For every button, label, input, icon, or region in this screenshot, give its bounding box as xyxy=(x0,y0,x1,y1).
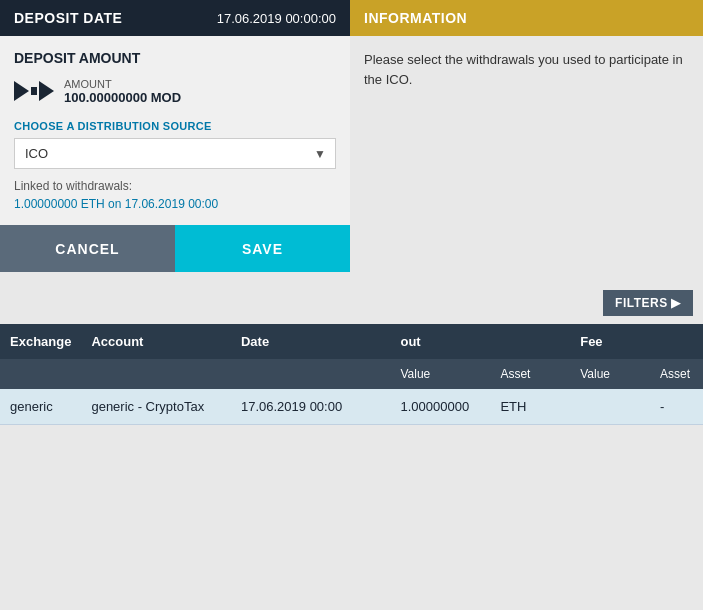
deposit-date-header: DEPOSIT DATE 17.06.2019 00:00:00 xyxy=(0,0,350,36)
cell-fee-asset: - xyxy=(650,389,703,425)
sub-col-fee-asset: Asset xyxy=(650,359,703,389)
withdrawal-link[interactable]: 1.00000000 ETH on 17.06.2019 00:00 xyxy=(14,197,336,211)
action-buttons: CANCEL SAVE xyxy=(0,225,350,272)
cell-exchange: generic xyxy=(0,389,81,425)
col-fee: Fee xyxy=(570,324,703,359)
deposit-date-value: 17.06.2019 00:00:00 xyxy=(217,11,336,26)
col-account: Account xyxy=(81,324,231,359)
bottom-section: FILTERS ▶ Exchange Account Date out Fee … xyxy=(0,282,703,425)
svg-marker-1 xyxy=(39,81,54,101)
svg-marker-0 xyxy=(14,81,29,101)
cancel-button[interactable]: CANCEL xyxy=(0,225,175,272)
col-exchange: Exchange xyxy=(0,324,81,359)
deposit-amount-section: DEPOSIT AMOUNT AMOUNT 100.00000000 MOD C… xyxy=(0,36,350,225)
amount-row: AMOUNT 100.00000000 MOD xyxy=(14,76,336,106)
deposit-amount-label: DEPOSIT AMOUNT xyxy=(14,50,336,66)
deposit-date-title: DEPOSIT DATE xyxy=(14,10,122,26)
distribution-label: CHOOSE A DISTRIBUTION SOURCE xyxy=(14,120,336,132)
distribution-select[interactable]: ICO Other xyxy=(14,138,336,169)
amount-sub-label: AMOUNT xyxy=(64,78,181,90)
filters-row: FILTERS ▶ xyxy=(0,282,703,324)
col-out: out xyxy=(390,324,570,359)
sub-col-out-value: Value xyxy=(390,359,490,389)
table-row: generic generic - CryptoTax 17.06.2019 0… xyxy=(0,389,703,425)
save-button[interactable]: SAVE xyxy=(175,225,350,272)
sub-col-date xyxy=(231,359,391,389)
information-body: Please select the withdrawals you used t… xyxy=(350,36,703,103)
cell-account: generic - CryptoTax xyxy=(81,389,231,425)
cell-out-value: 1.00000000 xyxy=(390,389,490,425)
left-panel: DEPOSIT DATE 17.06.2019 00:00:00 DEPOSIT… xyxy=(0,0,350,272)
linked-withdrawals-label: Linked to withdrawals: xyxy=(14,179,336,193)
cell-date: 17.06.2019 00:00 xyxy=(231,389,391,425)
distribution-select-wrapper[interactable]: ICO Other ▼ xyxy=(14,138,336,169)
sub-col-exchange xyxy=(0,359,81,389)
filters-button[interactable]: FILTERS ▶ xyxy=(603,290,693,316)
cell-out-asset: ETH xyxy=(490,389,570,425)
table-container: Exchange Account Date out Fee Value Asse… xyxy=(0,324,703,425)
mod-icon xyxy=(14,76,54,106)
table-header-row-2: Value Asset Value Asset xyxy=(0,359,703,389)
right-panel: INFORMATION Please select the withdrawal… xyxy=(350,0,703,272)
svg-rect-2 xyxy=(31,87,37,95)
table-header-row-1: Exchange Account Date out Fee xyxy=(0,324,703,359)
col-date: Date xyxy=(231,324,391,359)
sub-col-fee-value: Value xyxy=(570,359,650,389)
withdrawals-table: Exchange Account Date out Fee Value Asse… xyxy=(0,324,703,425)
sub-col-out-asset: Asset xyxy=(490,359,570,389)
sub-col-account xyxy=(81,359,231,389)
information-header: INFORMATION xyxy=(350,0,703,36)
amount-info: AMOUNT 100.00000000 MOD xyxy=(64,78,181,105)
cell-fee-value xyxy=(570,389,650,425)
amount-value: 100.00000000 MOD xyxy=(64,90,181,105)
